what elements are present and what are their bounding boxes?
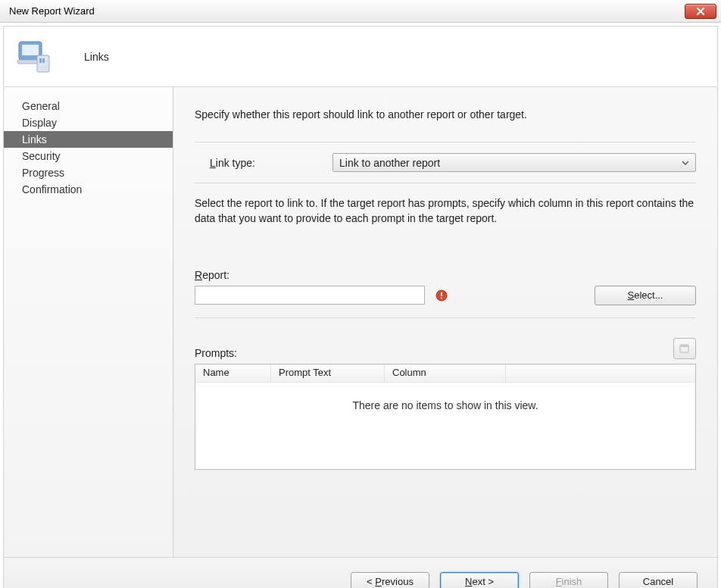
sidebar-item-progress[interactable]: Progress	[4, 164, 173, 181]
link-type-row: Link type: Link to another report	[195, 153, 696, 172]
properties-icon	[679, 342, 691, 355]
sidebar-item-display[interactable]: Display	[4, 114, 173, 131]
description-text: Specify whether this report should link …	[195, 108, 696, 120]
link-type-label: Link type:	[210, 157, 332, 169]
svg-rect-7	[441, 292, 442, 296]
select-report-button[interactable]: Select...	[595, 286, 696, 305]
close-icon	[696, 7, 705, 16]
window-title: New Report Wizard	[9, 5, 685, 17]
validation-error-icon	[435, 289, 451, 302]
svg-rect-4	[39, 58, 42, 63]
main-panel: Specify whether this report should link …	[173, 87, 717, 557]
sidebar-item-general[interactable]: General	[4, 98, 173, 114]
svg-rect-3	[37, 55, 49, 72]
column-header-prompt-text[interactable]: Prompt Text	[271, 364, 385, 382]
sidebar-item-security[interactable]: Security	[4, 148, 173, 164]
sidebar-item-confirmation[interactable]: Confirmation	[4, 181, 173, 198]
sidebar-item-links[interactable]: Links	[4, 131, 173, 148]
next-button[interactable]: Next >	[440, 572, 519, 589]
svg-rect-1	[22, 45, 39, 55]
svg-rect-8	[441, 297, 442, 299]
svg-rect-10	[680, 345, 688, 347]
finish-button: Finish	[529, 572, 608, 589]
prompts-properties-button[interactable]	[673, 338, 696, 359]
wizard-icon	[14, 37, 60, 77]
prompts-table: Name Prompt Text Column There are no ite…	[195, 364, 696, 470]
wizard-header: Links	[4, 27, 717, 87]
link-type-value: Link to another report	[339, 157, 440, 169]
table-header: Name Prompt Text Column	[195, 364, 695, 383]
chevron-down-icon	[682, 161, 689, 165]
divider	[195, 142, 696, 142]
window-close-button[interactable]	[685, 4, 716, 19]
table-empty-message: There are no items to show in this view.	[195, 399, 695, 411]
column-header-name[interactable]: Name	[195, 364, 271, 382]
divider	[195, 183, 696, 183]
previous-button[interactable]: < Previous	[351, 572, 429, 589]
report-label: Report:	[195, 269, 696, 281]
divider	[195, 317, 696, 318]
report-row: Select...	[195, 286, 696, 305]
wizard-steps-sidebar: General Display Links Security Progress …	[4, 87, 173, 557]
column-header-spacer	[506, 364, 695, 382]
page-title: Links	[84, 51, 109, 63]
report-input[interactable]	[195, 286, 425, 305]
instruction-text: Select the report to link to. If the tar…	[195, 195, 696, 227]
wizard-frame: Links General Display Links Security Pro…	[3, 26, 718, 588]
column-header-column[interactable]: Column	[385, 364, 506, 382]
prompts-label: Prompts:	[195, 347, 673, 359]
title-bar: New Report Wizard	[0, 0, 721, 23]
cancel-button[interactable]: Cancel	[619, 572, 698, 589]
svg-rect-5	[42, 58, 45, 63]
link-type-select[interactable]: Link to another report	[332, 153, 696, 172]
wizard-footer: < Previous Next > Finish Cancel	[4, 557, 717, 588]
